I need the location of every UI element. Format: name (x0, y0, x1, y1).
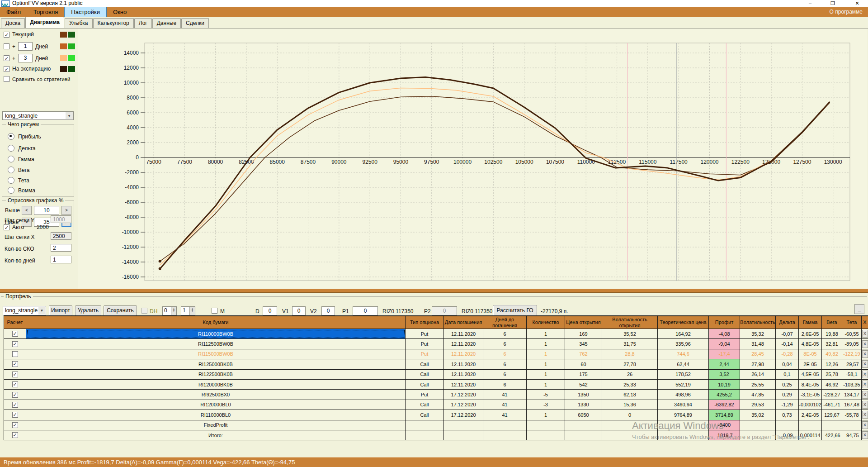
radio-profit[interactable]: Прибыль (8, 133, 41, 140)
column-header-0[interactable]: Расчет (4, 316, 26, 329)
column-header-5[interactable]: Количество (527, 316, 565, 329)
menu-about[interactable]: О программе (824, 7, 868, 17)
radio-gamma[interactable]: Гамма (8, 156, 34, 162)
above-increment-button[interactable]: > (61, 206, 71, 215)
radio-delta[interactable]: Дельта (8, 145, 36, 152)
column-header-1[interactable]: Код бумаги (26, 316, 406, 329)
row-calc-checkbox[interactable]: ✓ (12, 412, 18, 418)
maximize-button[interactable]: ❐ (824, 0, 842, 7)
collapse-button[interactable]: _ (854, 304, 864, 314)
security-code-cell[interactable]: RI110000BW0B (26, 329, 406, 339)
row-delete-button[interactable]: X (862, 350, 868, 358)
row-calc-checkbox[interactable]: ✓ (12, 381, 18, 387)
tab-smile[interactable]: Улыбка (65, 18, 93, 28)
security-code-cell[interactable]: FixedProfit (26, 420, 406, 430)
horizontal-splitter[interactable] (0, 289, 868, 293)
column-header-12[interactable]: Гамма (799, 316, 822, 329)
save-button[interactable]: Сохранить (104, 305, 137, 316)
column-header-2[interactable]: Тип опциона (406, 316, 444, 329)
minimize-button[interactable]: – (801, 0, 819, 7)
row-calc-checkbox[interactable]: ✓ (12, 331, 18, 337)
plus3-checkbox[interactable]: ✓ (4, 55, 9, 61)
security-code-cell[interactable]: Итого: (26, 430, 406, 440)
column-header-10[interactable]: Волатильность (740, 316, 776, 329)
sko-count-input[interactable]: 2 (51, 244, 71, 252)
row-delete-button[interactable]: X (862, 340, 868, 348)
radio-theta[interactable]: Тета (8, 177, 29, 184)
column-header-3[interactable]: Дата погашения (444, 316, 483, 329)
spinner-arrows-icon[interactable]: ▲▼ (171, 307, 176, 315)
row-calc-checkbox[interactable]: ✓ (12, 422, 18, 428)
security-code-cell[interactable]: RI110000BL0 (26, 410, 406, 420)
row-delete-button[interactable]: X (862, 381, 868, 388)
column-header-9[interactable]: Профит (709, 316, 740, 329)
tab-board[interactable]: Доска (1, 18, 25, 28)
above-decrement-button[interactable]: < (22, 206, 32, 215)
plus3-days-input[interactable]: 3 (18, 54, 33, 62)
column-header-7[interactable]: Волатильность открытия (602, 316, 658, 329)
column-header-14[interactable]: Тета (842, 316, 862, 329)
menu-window[interactable]: Окно (107, 7, 133, 17)
security-code-cell[interactable]: RI125000BK0B (26, 359, 406, 369)
row-delete-button[interactable]: X (862, 431, 868, 439)
p1-input[interactable]: 0 (353, 306, 378, 315)
tab-diagram[interactable]: Диаграмма (25, 17, 64, 28)
grid-y-input[interactable]: 1000 (51, 215, 71, 223)
above-value-input[interactable]: 10 (34, 206, 59, 215)
grid-x-input[interactable]: 2500 (51, 232, 71, 240)
spinner-arrows-icon[interactable]: ▲▼ (189, 307, 195, 315)
dh-checkbox[interactable] (142, 308, 147, 314)
spin1[interactable]: 0▲▼ (162, 306, 177, 315)
security-code-cell[interactable]: RI122500BK0B (26, 370, 406, 380)
radio-vomma[interactable]: Вомма (8, 187, 35, 194)
menu-trading[interactable]: Торговля (27, 7, 64, 17)
security-code-cell[interactable]: RI115000BW0B (26, 349, 406, 359)
menu-file[interactable]: Файл (0, 7, 27, 17)
row-delete-button[interactable]: X (862, 401, 868, 409)
row-delete-button[interactable]: X (862, 391, 868, 399)
portfolio-strategy-dropdown[interactable]: long_strangle ▾ (3, 306, 46, 315)
days-count-input[interactable]: 1 (51, 256, 71, 263)
tab-calculator[interactable]: Калькулятор (93, 18, 134, 28)
row-delete-button[interactable]: X (862, 371, 868, 378)
auto-checkbox[interactable]: ✓ (4, 224, 9, 230)
v2-input[interactable]: 0 (321, 306, 335, 315)
security-code-cell[interactable]: RI112500BW0B (26, 339, 406, 349)
close-button[interactable]: ✕ (848, 0, 866, 7)
row-calc-checkbox[interactable]: ✓ (12, 372, 18, 377)
menu-settings[interactable]: Настройки (64, 7, 107, 17)
d-input[interactable]: 0 (263, 306, 277, 315)
row-calc-checkbox[interactable]: ✓ (12, 392, 18, 398)
column-header-8[interactable]: Теоретическая цена (658, 316, 709, 329)
spin2[interactable]: 1▲▼ (181, 306, 195, 315)
tab-deals[interactable]: Сделки (181, 18, 209, 28)
row-delete-button[interactable]: X (862, 330, 868, 338)
row-calc-checkbox[interactable]: ✓ (12, 402, 18, 408)
p2-input[interactable]: 0 (432, 306, 457, 315)
current-checkbox[interactable]: ✓ (4, 32, 9, 38)
calc-go-button[interactable]: Рассчитать ГО (493, 305, 537, 316)
column-header-6[interactable]: Цена открытия (565, 316, 602, 329)
expiry-checkbox[interactable]: ✓ (4, 66, 9, 72)
delete-button[interactable]: Удалить (75, 305, 101, 316)
row-delete-button[interactable]: X (862, 360, 868, 368)
import-button[interactable]: Импорт (49, 305, 72, 316)
row-delete-button[interactable]: X (862, 411, 868, 419)
v1-input[interactable]: 0 (292, 306, 306, 315)
security-code-cell[interactable]: RI120000BK0B (26, 380, 406, 390)
security-code-cell[interactable]: RI92500BX0 (26, 390, 406, 400)
plus1-checkbox[interactable] (4, 43, 9, 49)
column-header-13[interactable]: Вега (822, 316, 842, 329)
security-code-cell[interactable]: RI120000BL0 (26, 400, 406, 410)
row-delete-button[interactable]: X (862, 421, 868, 429)
column-header-11[interactable]: Дельта (776, 316, 799, 329)
tab-log[interactable]: Лог (134, 18, 152, 28)
m-checkbox[interactable] (212, 308, 217, 314)
tab-data[interactable]: Данные (152, 18, 181, 28)
compare-checkbox[interactable] (4, 76, 9, 82)
row-calc-checkbox[interactable]: ✓ (12, 341, 18, 347)
column-header-4[interactable]: Дней до погашения (483, 316, 527, 329)
row-calc-checkbox[interactable] (12, 351, 18, 357)
row-calc-checkbox[interactable]: ✓ (12, 432, 18, 438)
strategy-dropdown[interactable]: long_strangle ▾ (2, 111, 74, 120)
